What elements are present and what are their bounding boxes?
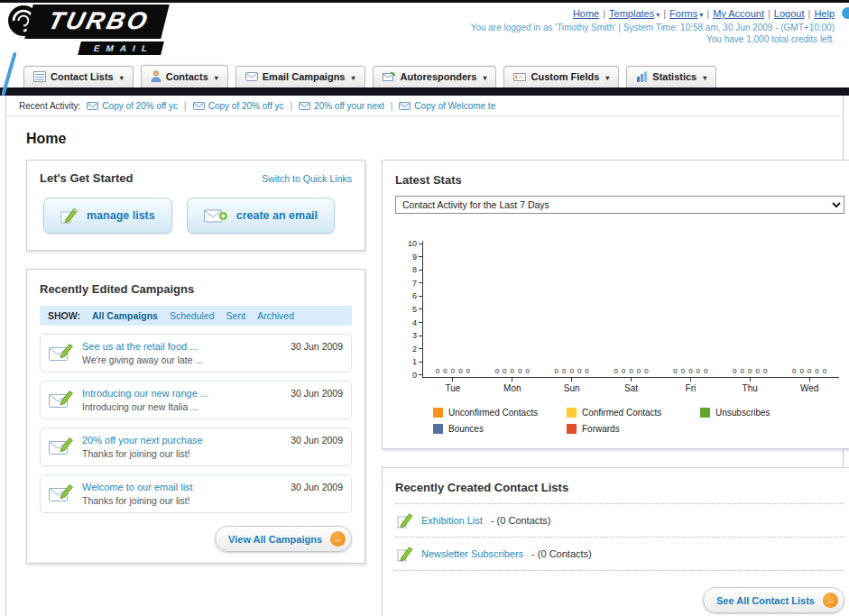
- campaign-row[interactable]: 20% off your next purchase Thanks for jo…: [40, 428, 352, 466]
- filter-archived[interactable]: Archived: [257, 310, 294, 321]
- y-axis-tick: 1: [412, 359, 422, 364]
- nav-link-help[interactable]: Help: [814, 8, 835, 19]
- manage-lists-button[interactable]: manage lists: [43, 198, 172, 234]
- chevron-down-icon: [604, 71, 609, 82]
- nav-divider-bar: [0, 87, 849, 96]
- campaign-row[interactable]: Introducing our new range ... Introducin…: [40, 381, 352, 419]
- get-started-title: Let's Get Started: [40, 171, 134, 185]
- tab-label: Autoresponders: [401, 71, 477, 82]
- recent-activity-text: 20% off your next: [314, 101, 384, 111]
- header-right: HomeTemplatesFormsMy AccountLogoutHelp Y…: [471, 8, 835, 44]
- right-column: Latest Stats Contact Activity for the La…: [382, 160, 849, 616]
- tab-label: Statistics: [652, 71, 697, 82]
- campaign-subtitle: Thanks for joining our list!: [82, 448, 282, 459]
- switch-quick-links-link[interactable]: Switch to Quick Links: [262, 173, 352, 184]
- nav-link-templates[interactable]: Templates: [609, 8, 660, 19]
- recent-campaigns-panel: Recently Edited Campaigns SHOW: All Camp…: [26, 269, 365, 564]
- envelope-icon: [299, 102, 310, 110]
- tab-statistics[interactable]: Statistics: [626, 66, 716, 87]
- separator: [290, 101, 292, 111]
- create-email-button[interactable]: create an email: [187, 198, 335, 234]
- create-email-label: create an email: [236, 209, 318, 222]
- tab-autoresponders[interactable]: Autoresponders: [373, 66, 497, 87]
- view-all-campaigns-label: View All Campaigns: [228, 534, 322, 545]
- custom-fields-icon: [513, 72, 526, 82]
- tab-label: Email Campaigns: [263, 71, 346, 82]
- filter-all-campaigns[interactable]: All Campaigns: [92, 310, 158, 321]
- recent-activity-link[interactable]: 20% off your next: [299, 101, 384, 111]
- nav-link-logout[interactable]: Logout: [774, 8, 805, 19]
- nav-link-home[interactable]: Home: [573, 8, 599, 19]
- nav-link-label: Forms: [669, 8, 697, 19]
- y-axis-tick: 9: [412, 254, 422, 260]
- chevron-down-icon: [118, 71, 124, 82]
- legend-item: Unsubscribes: [700, 408, 834, 418]
- recent-contact-lists-panel: Recently Created Contact Lists Exhibitio…: [382, 467, 849, 616]
- chart-y-axis: 109876543210: [401, 241, 422, 378]
- campaign-title-link[interactable]: Introducing our new range ...: [82, 388, 282, 399]
- campaigns-title: Recently Edited Campaigns: [40, 282, 194, 296]
- campaign-title-link[interactable]: See us at the retail food ...: [82, 341, 282, 352]
- statistics-icon: [636, 71, 648, 82]
- campaign-subtitle: Introducing our new Italia ...: [82, 401, 282, 412]
- contact-list-link[interactable]: Newsletter Subscribers: [421, 548, 523, 559]
- nav-link-label: Templates: [609, 8, 654, 19]
- recent-activity-link[interactable]: Copy of Welcome te: [399, 101, 495, 111]
- contact-list-link[interactable]: Exhibition List: [421, 515, 483, 526]
- recent-activity-link[interactable]: Copy of 20% off yc: [87, 101, 178, 111]
- recent-activity-text: Copy of Welcome te: [414, 101, 495, 111]
- main-nav-tabs: Contact Lists Contacts Email Campaigns A…: [0, 60, 849, 87]
- see-all-contact-lists-button[interactable]: See All Contact Lists: [703, 587, 844, 613]
- legend-item: Unconfirmed Contacts: [433, 408, 567, 418]
- tab-email-campaigns[interactable]: Email Campaigns: [235, 66, 365, 87]
- campaign-subtitle: We're giving away our late ...: [82, 354, 282, 365]
- campaign-envelope-pencil-icon: [49, 437, 74, 455]
- recent-activity-text: Copy of 20% off yc: [102, 101, 178, 111]
- tab-contacts[interactable]: Contacts: [141, 65, 228, 87]
- y-axis-tick: 6: [412, 293, 422, 299]
- separator: [391, 101, 393, 111]
- campaign-envelope-pencil-icon: [49, 483, 74, 502]
- filter-scheduled[interactable]: Scheduled: [170, 310, 215, 321]
- contact-list-row[interactable]: Exhibition List - (0 Contacts): [395, 504, 844, 538]
- campaign-filter-bar: SHOW: All Campaigns Scheduled Sent Archi…: [40, 306, 352, 326]
- stats-period-select[interactable]: Contact Activity for the Last 7 Days: [395, 196, 844, 214]
- nav-link-my-account[interactable]: My Account: [713, 8, 764, 19]
- campaign-title-link[interactable]: 20% off your next purchase: [82, 435, 282, 446]
- chart-plot-area: 00000000000000000000000000000000000: [422, 241, 839, 378]
- email-campaigns-icon: [245, 72, 258, 81]
- corner-decoration: [842, 7, 849, 19]
- chart-legend: Unconfirmed ContactsConfirmed ContactsUn…: [433, 408, 839, 434]
- chart-value-group: 00000: [780, 367, 839, 375]
- campaign-title-link[interactable]: Welcome to our email list: [82, 482, 282, 492]
- legend-swatch: [567, 408, 577, 418]
- chart-value-group: 00000: [660, 367, 720, 375]
- separator: [768, 8, 771, 19]
- chart-value-group: 00000: [483, 367, 542, 375]
- envelope-plus-icon: [204, 208, 228, 224]
- latest-stats-panel: Latest Stats Contact Activity for the La…: [382, 160, 849, 449]
- legend-swatch: [567, 424, 577, 434]
- nav-link-forms[interactable]: Forms: [669, 8, 703, 19]
- app-logo: TURBO EMAIL: [7, 5, 165, 55]
- x-axis-label: Wed: [780, 378, 839, 393]
- campaign-envelope-pencil-icon: [49, 390, 74, 409]
- contact-list-row[interactable]: Newsletter Subscribers - (0 Contacts): [395, 538, 844, 571]
- chevron-down-icon: [481, 71, 486, 82]
- legend-item: Confirmed Contacts: [567, 408, 700, 418]
- show-label: SHOW:: [48, 310, 80, 321]
- campaign-row[interactable]: See us at the retail food ... We're givi…: [40, 334, 352, 372]
- campaign-date: 30 Jun 2009: [291, 482, 343, 492]
- tab-custom-fields[interactable]: Custom Fields: [503, 66, 619, 87]
- filter-sent[interactable]: Sent: [226, 310, 246, 321]
- separator: [184, 101, 187, 111]
- separator: [663, 8, 666, 19]
- x-axis-label: Mon: [483, 378, 542, 393]
- tab-contact-lists[interactable]: Contact Lists: [23, 66, 134, 87]
- contact-list-count: - (0 Contacts): [531, 548, 592, 559]
- list-pencil-icon: [397, 546, 413, 562]
- separator: [808, 8, 811, 19]
- view-all-campaigns-button[interactable]: View All Campaigns: [215, 526, 352, 552]
- recent-activity-link[interactable]: Copy of 20% off yc: [193, 101, 284, 111]
- campaign-row[interactable]: Welcome to our email list Thanks for joi…: [40, 474, 352, 513]
